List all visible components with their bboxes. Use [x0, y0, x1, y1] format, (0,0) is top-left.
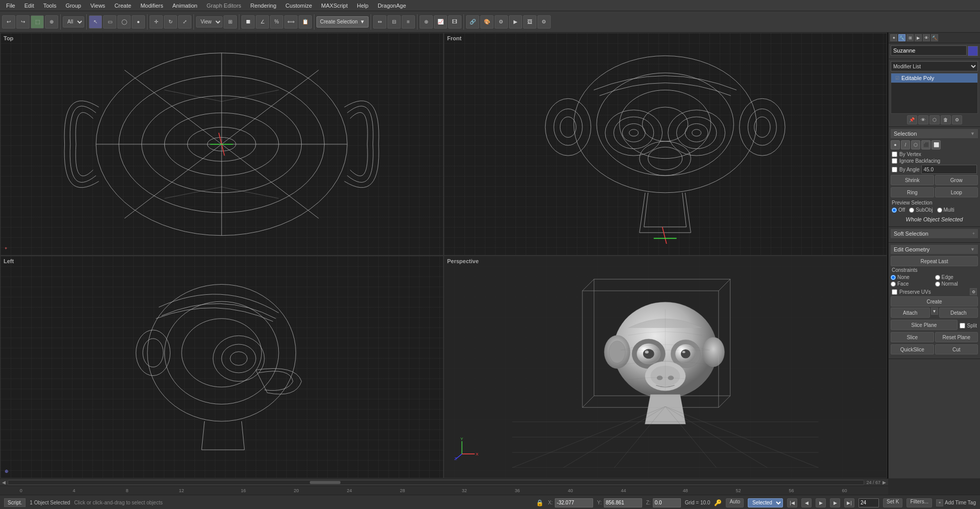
edit-named-sel-btn[interactable]: 📋	[299, 15, 312, 29]
edge-radio[interactable]: Edge	[935, 274, 978, 280]
scroll-track[interactable]	[8, 480, 864, 485]
step-back-btn[interactable]: ◀	[801, 498, 812, 507]
menu-modifiers[interactable]: Modifiers	[136, 2, 167, 10]
menu-edit[interactable]: Edit	[20, 2, 38, 10]
material-editor-btn[interactable]: 🎨	[480, 15, 494, 29]
attach-list-btn[interactable]: ▼	[931, 308, 938, 315]
menu-help[interactable]: Help	[353, 2, 373, 10]
ring-btn[interactable]: Ring	[891, 187, 934, 197]
preview-subobj-radio[interactable]: SubObj	[909, 207, 933, 213]
sel-icon-edge[interactable]: /	[901, 140, 910, 149]
layer-btn[interactable]: ⊕	[420, 15, 433, 29]
slice-plane-btn[interactable]: Slice Plane	[891, 320, 958, 330]
loop-btn[interactable]: Loop	[935, 187, 978, 197]
z-input[interactable]	[653, 498, 681, 507]
create-selection-btn[interactable]: Create Selection ▼	[316, 16, 369, 28]
menu-customize[interactable]: Customize	[281, 2, 316, 10]
by-angle-checkbox[interactable]	[892, 167, 897, 172]
preview-subobj-input[interactable]	[909, 208, 914, 213]
viewport-left[interactable]: Left ⊕	[0, 256, 444, 478]
by-vertex-checkbox[interactable]	[892, 151, 897, 157]
create-geometry-btn[interactable]: Create	[891, 296, 978, 307]
x-input[interactable]	[555, 498, 593, 507]
edge-radio-input[interactable]	[935, 275, 940, 280]
viewport-front[interactable]: Front	[444, 33, 887, 256]
sel-icon-border[interactable]: ⬡	[911, 140, 920, 149]
pin-stack-btn[interactable]: 📌	[907, 115, 917, 124]
angle-snap-btn[interactable]: ∠	[256, 15, 269, 29]
view-dropdown[interactable]: View	[196, 16, 223, 28]
set-key-btn[interactable]: Set K	[883, 498, 902, 507]
play-btn[interactable]: ▶	[816, 498, 826, 507]
render-btn[interactable]: ▶	[509, 15, 522, 29]
attach-btn[interactable]: Attach	[891, 308, 930, 318]
schematic-view-btn[interactable]: 🔗	[466, 15, 479, 29]
normal-radio[interactable]: Normal	[935, 281, 978, 287]
menu-tools[interactable]: Tools	[39, 2, 61, 10]
curve-editor-btn[interactable]: 📈	[434, 15, 447, 29]
dope-sheet-btn[interactable]: 🎞	[448, 15, 461, 29]
script-btn[interactable]: Script.	[4, 498, 26, 507]
ref-coord-btn[interactable]: ⊞	[224, 15, 237, 29]
auto-btn[interactable]: Auto	[726, 498, 744, 507]
config-sets-btn[interactable]: ⚙	[952, 115, 962, 124]
render-frame-btn[interactable]: 🖼	[523, 15, 536, 29]
step-forward-btn[interactable]: ▶	[830, 498, 840, 507]
spinner-snap-btn[interactable]: ⟺	[284, 15, 298, 29]
preview-off-radio[interactable]: Off	[892, 207, 905, 213]
none-radio[interactable]: None	[891, 274, 934, 280]
quick-align-btn[interactable]: ≡	[402, 15, 415, 29]
paint-btn[interactable]: ●	[132, 15, 145, 29]
panel-tab-create[interactable]: ✦	[890, 34, 897, 41]
viewport-perspective[interactable]: Perspective	[444, 256, 887, 478]
frame-input[interactable]	[859, 498, 879, 507]
object-name-field[interactable]	[891, 45, 967, 56]
preserve-uvs-checkbox[interactable]	[892, 289, 897, 295]
panel-tab-display[interactable]: 👁	[923, 34, 930, 41]
undo-btn[interactable]: ↩	[2, 15, 15, 29]
viewport-top[interactable]: Top +	[0, 33, 444, 256]
settings-btn[interactable]: ⚙	[537, 15, 551, 29]
none-radio-input[interactable]	[891, 275, 896, 280]
move-btn[interactable]: ✛	[150, 15, 163, 29]
slice-btn[interactable]: Slice	[891, 332, 934, 342]
next-frame-btn[interactable]: ▶|	[844, 498, 854, 507]
scroll-right-arrow[interactable]: ▶	[883, 480, 886, 485]
grow-btn[interactable]: Grow	[935, 175, 978, 185]
select-arrow-btn[interactable]: ↖	[89, 15, 102, 29]
selection-header[interactable]: Selection ▼	[891, 129, 978, 138]
menu-dragonage[interactable]: DragonAge	[374, 2, 410, 10]
render-setup-btn[interactable]: ⚙	[495, 15, 508, 29]
preserve-uvs-settings[interactable]: ⚙	[970, 288, 977, 295]
modifier-editable-poly[interactable]: ☑ Editable Poly	[891, 73, 977, 83]
preview-multi-input[interactable]	[937, 208, 942, 213]
preview-off-input[interactable]	[892, 208, 897, 213]
transform-btn[interactable]: ⊕	[45, 15, 58, 29]
menu-graph-editors[interactable]: Graph Editors	[203, 2, 246, 10]
name-color-swatch[interactable]	[968, 46, 978, 56]
menu-maxscript[interactable]: MAXScript	[317, 2, 352, 10]
select-btn[interactable]: ⬚	[31, 15, 44, 29]
menu-animation[interactable]: Animation	[168, 2, 202, 10]
menu-create[interactable]: Create	[110, 2, 135, 10]
prev-frame-btn[interactable]: |◀	[787, 498, 797, 507]
selected-dropdown[interactable]: Selected	[748, 498, 783, 507]
all-dropdown[interactable]: All	[63, 16, 84, 28]
detach-btn[interactable]: Detach	[939, 308, 978, 318]
edit-geometry-header[interactable]: Edit Geometry ▼	[891, 245, 978, 254]
show-all-btn[interactable]: 👁	[918, 115, 928, 124]
cut-btn[interactable]: Cut	[935, 344, 978, 354]
select-region-btn[interactable]: ▭	[103, 15, 116, 29]
repeat-last-btn[interactable]: Repeat Last	[891, 256, 978, 266]
menu-group[interactable]: Group	[61, 2, 85, 10]
filters-btn[interactable]: Filters...	[906, 498, 932, 507]
redo-btn[interactable]: ↪	[16, 15, 30, 29]
unique-btn[interactable]: ⬡	[929, 115, 940, 124]
normal-radio-input[interactable]	[935, 282, 940, 287]
sel-icon-vertex[interactable]: ●	[891, 140, 900, 149]
y-input[interactable]	[604, 498, 642, 507]
sel-icon-polygon[interactable]: ⬛	[921, 140, 930, 149]
panel-tab-modify[interactable]: 🔧	[898, 34, 905, 41]
menu-views[interactable]: Views	[86, 2, 109, 10]
by-angle-value[interactable]	[921, 165, 977, 174]
